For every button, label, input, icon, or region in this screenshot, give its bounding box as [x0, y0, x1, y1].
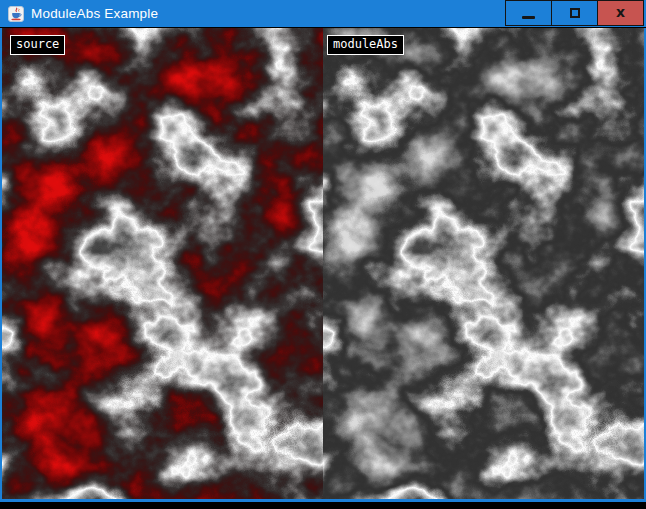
close-icon: x	[616, 5, 625, 19]
moduleabs-image-label: moduleAbs	[327, 35, 404, 55]
maximize-button[interactable]	[551, 0, 598, 26]
close-button[interactable]: x	[597, 0, 644, 26]
window-title: ModuleAbs Example	[31, 6, 158, 21]
minimize-button[interactable]	[505, 0, 552, 26]
background-strip	[0, 502, 646, 509]
screenshot-stage: ModuleAbs Example x	[0, 0, 646, 509]
maximize-icon	[570, 8, 580, 18]
java-icon	[8, 6, 24, 22]
moduleabs-image	[323, 28, 644, 499]
title-bar[interactable]: ModuleAbs Example x	[0, 0, 646, 28]
window-controls: x	[506, 0, 644, 26]
app-window: ModuleAbs Example x	[0, 0, 646, 502]
source-image	[2, 28, 323, 499]
window-content: source moduleAbs	[2, 28, 644, 499]
noise-render-canvas	[2, 28, 644, 499]
source-image-label: source	[10, 35, 65, 55]
minimize-icon	[522, 16, 535, 19]
